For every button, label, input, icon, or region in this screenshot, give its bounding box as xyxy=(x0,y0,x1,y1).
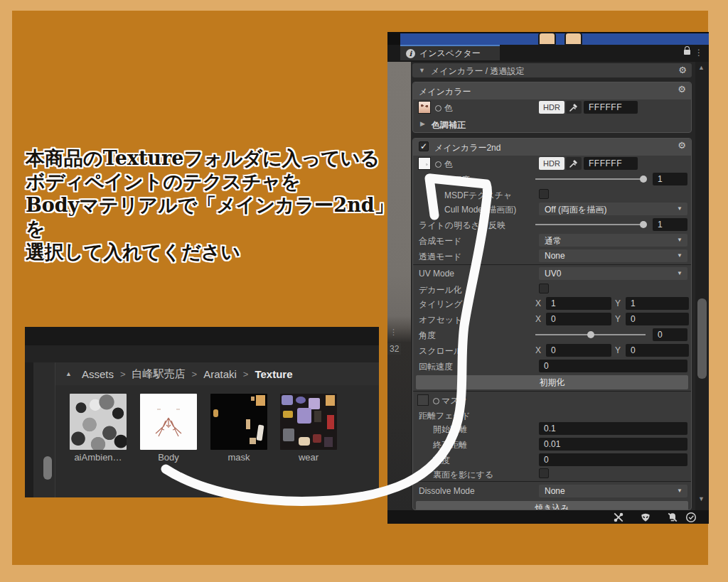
backface-shadow-row: 裏面を影にする xyxy=(413,468,691,480)
uv-mode-row: UV Mode UV0 ▼ xyxy=(413,266,691,281)
opacity-value-field[interactable]: 1 xyxy=(653,173,687,185)
project-panel-left-edge xyxy=(25,362,33,497)
fade-start-field[interactable]: 0.1 xyxy=(539,422,687,435)
dropdown-arrow-icon: ▼ xyxy=(677,487,682,494)
hdr-badge[interactable]: HDR xyxy=(539,101,564,114)
inspector-scrollbar-thumb[interactable] xyxy=(697,298,707,379)
offset-x-field[interactable]: 0 xyxy=(546,313,611,325)
msdf-label: MSDFテクスチャ xyxy=(444,190,512,202)
backface-shadow-checkbox[interactable] xyxy=(539,468,549,478)
x-axis-label: X xyxy=(535,345,541,355)
project-panel-toolbar xyxy=(25,345,379,362)
breadcrumb-folder-1[interactable]: 白峰駅売店 xyxy=(132,367,186,381)
asset-item-aiambient[interactable]: aiAmbien… xyxy=(70,394,127,463)
mask-toggle-icon[interactable] xyxy=(640,512,651,523)
background-ui-nub xyxy=(564,32,582,45)
eyedropper-icon[interactable] xyxy=(566,101,582,114)
angle-row: 角度 0 xyxy=(413,327,691,343)
blend-mode-dropdown[interactable]: 通常 ▼ xyxy=(539,234,687,247)
mask-texture-slot[interactable] xyxy=(417,394,429,406)
asset-item-body[interactable]: Body xyxy=(140,394,197,463)
strength-field[interactable]: 0 xyxy=(539,453,687,466)
dissolve-mode-dropdown[interactable]: None ▼ xyxy=(539,485,687,497)
item-count-label: 32 xyxy=(387,343,401,355)
opacity-slider[interactable] xyxy=(535,178,646,180)
kebab-menu-icon[interactable]: ⋮ xyxy=(695,48,703,58)
main-color-2nd-header[interactable]: ✓ メインカラー2nd ⚙ xyxy=(413,139,691,156)
opacity-row: 透明度 1 xyxy=(413,171,691,187)
uv-mode-dropdown[interactable]: UV0 ▼ xyxy=(539,267,687,280)
check-circle-icon[interactable] xyxy=(685,512,697,523)
decal-row: デカール化 xyxy=(413,281,691,296)
scroll-down-icon[interactable]: ▼ xyxy=(698,495,705,502)
decal-checkbox[interactable] xyxy=(539,284,549,293)
breadcrumb-assets[interactable]: Assets xyxy=(82,368,114,380)
angle-value-field[interactable]: 0 xyxy=(653,328,687,341)
breadcrumb: ▲ Assets > 白峰駅売店 > Arataki > Texture xyxy=(55,362,379,385)
light-toggle-icon[interactable] xyxy=(667,512,678,523)
reset-button[interactable]: 初期化 xyxy=(416,375,688,389)
cull-mode-dropdown[interactable]: Off (両面を描画) ▼ xyxy=(539,203,687,215)
scroll-y-field[interactable]: 0 xyxy=(626,344,689,357)
hex-color-field[interactable]: FFFFFF xyxy=(584,101,638,114)
texture-thumbnail-mask[interactable] xyxy=(210,394,267,450)
rotation-speed-field[interactable]: 0 xyxy=(539,360,687,372)
texture-slot-icon[interactable] xyxy=(435,105,441,112)
tone-correction-row[interactable]: ▶ 色調補正 xyxy=(413,117,691,131)
angle-slider[interactable] xyxy=(535,334,646,335)
scroll-up-icon[interactable]: ▲ xyxy=(698,64,705,71)
fade-end-field[interactable]: 0.01 xyxy=(539,438,687,451)
asset-item-mask[interactable]: mask xyxy=(210,394,267,463)
gear-icon[interactable]: ⚙ xyxy=(678,140,686,151)
main-color-2nd-checkbox[interactable]: ✓ xyxy=(419,141,429,151)
hdr-badge[interactable]: HDR xyxy=(539,157,564,170)
offset-row: オフセット X 0 Y 0 xyxy=(413,311,691,327)
inspector-scrollbar-track[interactable]: ▲ ▼ xyxy=(695,62,709,510)
bake-button[interactable]: 焼き込み xyxy=(416,501,688,510)
blend-mode-label: 合成モード xyxy=(419,235,462,247)
gear-icon[interactable]: ⚙ xyxy=(678,84,686,95)
tab-inspector[interactable]: i インスペクター xyxy=(400,45,500,60)
msdf-checkbox[interactable] xyxy=(539,189,549,199)
fade-start-label: 開始距離 xyxy=(433,424,467,436)
collapse-up-icon[interactable]: ▲ xyxy=(65,370,72,377)
scroll-x-field[interactable]: 0 xyxy=(546,344,611,357)
mask-row: マスク xyxy=(413,392,691,408)
light-reflect-slider[interactable] xyxy=(535,224,646,225)
transparency-mode-label: 透過モード xyxy=(419,251,462,263)
breadcrumb-current-folder[interactable]: Texture xyxy=(255,368,292,380)
texture-thumbnail-wear[interactable] xyxy=(280,394,337,450)
main-color-header[interactable]: メインカラー ⚙ xyxy=(413,82,691,99)
hex-color-field[interactable]: FFFFFF xyxy=(584,157,638,170)
texture-thumbnail-aiambient[interactable] xyxy=(70,394,127,450)
main-color-texture-slot[interactable] xyxy=(418,101,431,114)
material-section-header[interactable]: ▼ メインカラー / 透過設定 ⚙ xyxy=(412,63,692,77)
texture-thumbnail-body[interactable] xyxy=(140,394,197,450)
main-color-2nd-title: メインカラー2nd xyxy=(434,142,500,154)
offset-y-field[interactable]: 0 xyxy=(626,313,689,325)
bone-toggle-icon[interactable] xyxy=(613,512,624,523)
expand-right-icon[interactable]: ▶ xyxy=(420,120,425,127)
light-reflect-value-field[interactable]: 1 xyxy=(653,218,687,231)
transparency-mode-dropdown[interactable]: None ▼ xyxy=(539,249,687,262)
color-2nd-texture-slot[interactable] xyxy=(418,157,431,170)
tiling-x-field[interactable]: 1 xyxy=(546,297,611,310)
lock-icon[interactable] xyxy=(684,50,690,55)
angle-label: 角度 xyxy=(419,330,436,342)
drag-handle-icon[interactable]: ⋮ xyxy=(390,328,397,337)
blend-mode-row: 合成モード 通常 ▼ xyxy=(413,232,691,248)
texture-slot-icon[interactable] xyxy=(433,398,439,404)
project-scrollbar-thumb[interactable] xyxy=(43,456,52,480)
asset-item-wear[interactable]: wear xyxy=(280,394,337,463)
breadcrumb-folder-2[interactable]: Arataki xyxy=(203,368,237,380)
uv-mode-label: UV Mode xyxy=(419,269,454,279)
tiling-y-field[interactable]: 1 xyxy=(626,297,689,310)
gear-icon[interactable]: ⚙ xyxy=(678,65,687,75)
collapse-down-icon[interactable]: ▼ xyxy=(419,67,425,74)
project-scrollbar-track[interactable] xyxy=(33,362,55,497)
fade-end-label: 終了距離 xyxy=(433,439,467,451)
eyedropper-icon[interactable] xyxy=(566,157,582,170)
light-reflect-label: ライトの明るさを反映 xyxy=(419,220,505,232)
mask-label: マスク xyxy=(441,395,468,407)
texture-slot-icon[interactable] xyxy=(435,161,441,168)
